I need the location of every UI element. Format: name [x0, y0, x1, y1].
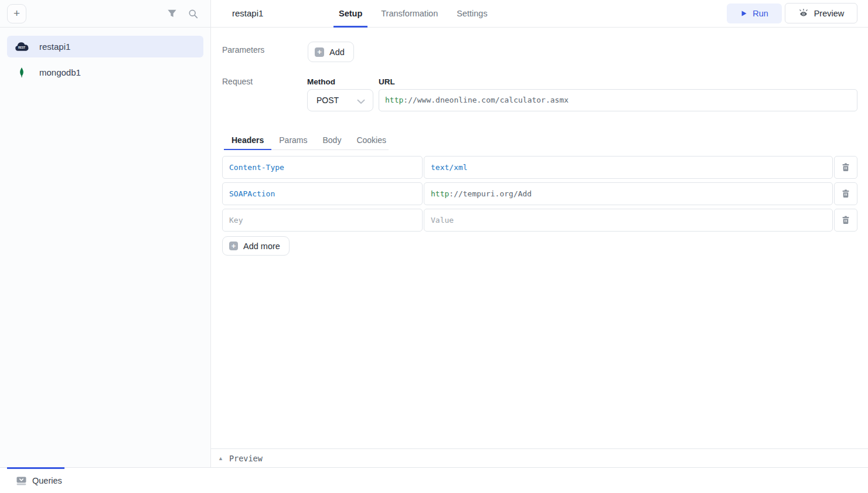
tab-transformation[interactable]: Transformation	[376, 0, 443, 28]
delete-row-button[interactable]	[834, 209, 857, 232]
tab-setup[interactable]: Setup	[333, 0, 367, 28]
header-value-rest: ://tempuri.org/Add	[449, 189, 532, 198]
response-preview-toggle[interactable]: ▲ Preview	[211, 448, 868, 467]
sidebar-item-label: restapi1	[39, 42, 70, 52]
run-button[interactable]: Run	[727, 4, 782, 23]
delete-row-button[interactable]	[834, 156, 857, 179]
eye-icon	[798, 9, 809, 18]
parameters-label: Parameters	[222, 45, 264, 55]
preview-button-label: Preview	[814, 9, 845, 18]
delete-row-button[interactable]	[834, 182, 857, 205]
trash-icon	[842, 163, 850, 172]
add-more-label: Add more	[243, 242, 280, 251]
header-value-scheme: http	[431, 189, 449, 198]
header-value-placeholder: Value	[431, 216, 454, 225]
header-value-field[interactable]: text/xml	[424, 156, 833, 179]
queries-pane-label: Queries	[32, 476, 62, 485]
add-more-button[interactable]: + Add more	[222, 236, 290, 256]
query-list: REST restapi1 mongodb1	[0, 28, 210, 96]
sidebar-item-restapi1[interactable]: REST restapi1	[7, 36, 203, 57]
tab-params[interactable]: Params	[271, 132, 315, 150]
sidebar-toolbar: +	[0, 0, 210, 28]
svg-text:REST: REST	[18, 46, 25, 49]
header-value-value: text/xml	[431, 163, 468, 172]
query-title: restapi1	[232, 0, 263, 27]
chevron-up-icon: ▲	[218, 455, 223, 461]
chevron-down-icon	[357, 99, 365, 104]
queries-icon	[16, 477, 26, 485]
url-scheme: http	[385, 96, 403, 104]
method-label: Method	[307, 77, 335, 86]
search-icon[interactable]	[188, 9, 198, 19]
preview-button[interactable]: Preview	[785, 3, 857, 23]
rest-api-icon: REST	[14, 42, 29, 52]
run-button-label: Run	[753, 9, 768, 18]
plus-icon: +	[229, 242, 238, 250]
header-tabs: Setup Transformation Settings	[333, 0, 501, 28]
queries-pane-tab[interactable]: Queries	[16, 468, 62, 493]
url-input[interactable]: http://www.dneonline.com/calculator.asmx	[379, 89, 857, 111]
app-window: + REST restapi1	[0, 0, 868, 493]
method-dropdown[interactable]: POST	[307, 89, 373, 111]
add-query-button[interactable]: +	[7, 4, 26, 23]
header-key-field[interactable]: Content-Type	[222, 156, 423, 179]
header-key-value: SOAPAction	[229, 189, 275, 198]
setup-panel: Parameters + Add Request Method URL POST…	[211, 28, 868, 448]
header-key-placeholder: Key	[229, 216, 243, 225]
filter-icon[interactable]	[167, 9, 177, 19]
method-value: POST	[316, 96, 339, 105]
header-value-field[interactable]: http://tempuri.org/Add	[424, 182, 833, 205]
header-key-field[interactable]: Key	[222, 209, 423, 232]
plus-icon: +	[315, 47, 324, 57]
tab-settings[interactable]: Settings	[451, 0, 492, 28]
trash-icon	[842, 189, 850, 198]
request-config-tabs: Headers Params Body Cookies	[224, 132, 389, 150]
sidebar-item-mongodb1[interactable]: mongodb1	[7, 62, 203, 83]
sidebar: + REST restapi1	[0, 0, 211, 467]
url-rest: ://www.dneonline.com/calculator.asmx	[403, 96, 569, 104]
play-icon	[740, 10, 747, 17]
header-key-field[interactable]: SOAPAction	[222, 182, 423, 205]
header-value-field[interactable]: Value	[424, 209, 833, 232]
tab-body[interactable]: Body	[315, 132, 349, 150]
url-label: URL	[379, 77, 395, 86]
mongodb-icon	[14, 67, 29, 78]
add-parameter-label: Add	[329, 47, 345, 57]
request-label: Request	[222, 77, 253, 86]
bottom-bar: Queries	[0, 467, 868, 493]
query-header: restapi1 Setup Transformation Settings R…	[211, 0, 868, 28]
add-parameter-button[interactable]: + Add	[308, 42, 354, 62]
sidebar-item-label: mongodb1	[39, 67, 81, 77]
response-preview-label: Preview	[229, 454, 263, 463]
tab-cookies[interactable]: Cookies	[349, 132, 394, 150]
tab-headers[interactable]: Headers	[224, 132, 271, 150]
header-key-value: Content-Type	[229, 163, 284, 172]
trash-icon	[842, 216, 850, 225]
